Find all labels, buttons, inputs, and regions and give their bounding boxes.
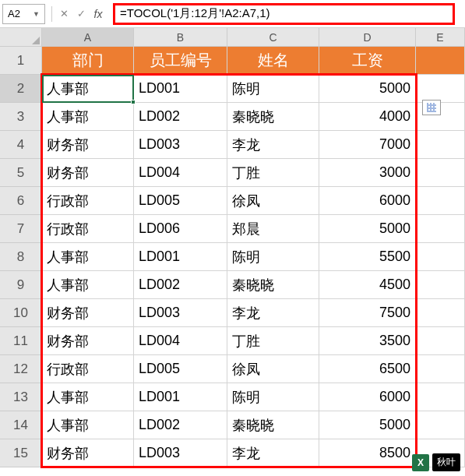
cell-empid[interactable]: LD001	[134, 75, 227, 103]
cell-salary[interactable]: 7500	[319, 299, 416, 327]
cell-name[interactable]: 李龙	[227, 439, 319, 467]
cell-salary[interactable]: 5000	[319, 411, 416, 439]
header-empid[interactable]: 员工编号	[134, 47, 227, 75]
formula-input[interactable]: =TOCOL('1月:12月'!A2:A7,1)	[113, 3, 455, 25]
cell-dept[interactable]: 人事部	[42, 411, 134, 439]
cell-dept[interactable]: 人事部	[42, 243, 134, 271]
row-header[interactable]: 14	[0, 411, 42, 439]
row-header-1[interactable]: 1	[0, 47, 42, 75]
autofill-options-icon[interactable]	[422, 100, 441, 115]
row-header[interactable]: 10	[0, 299, 42, 327]
col-header-c[interactable]: C	[227, 28, 319, 47]
cell-dept[interactable]: 行政部	[42, 215, 134, 243]
row-header[interactable]: 15	[0, 439, 42, 467]
col-header-a[interactable]: A	[42, 28, 134, 47]
cell-empid[interactable]: LD002	[134, 271, 227, 299]
cell-name[interactable]: 丁胜	[227, 327, 319, 355]
cell-empid[interactable]: LD003	[134, 131, 227, 159]
row-header[interactable]: 7	[0, 215, 42, 243]
fill-handle[interactable]	[131, 100, 136, 104]
cell-salary[interactable]: 3500	[319, 327, 416, 355]
cell-empty[interactable]	[416, 159, 465, 187]
header-name[interactable]: 姓名	[227, 47, 319, 75]
header-salary[interactable]: 工资	[319, 47, 416, 75]
row-header[interactable]: 11	[0, 327, 42, 355]
cell-name[interactable]: 郑晨	[227, 215, 319, 243]
row-header[interactable]: 6	[0, 187, 42, 215]
cell-salary[interactable]: 8500	[319, 439, 416, 467]
cell-empid[interactable]: LD003	[134, 299, 227, 327]
cell-empty[interactable]	[416, 411, 465, 439]
cell-empid[interactable]: LD001	[134, 383, 227, 411]
name-box[interactable]: A2 ▼	[2, 4, 45, 24]
cell-salary[interactable]: 4000	[319, 103, 416, 131]
header-dept[interactable]: 部门	[42, 47, 134, 75]
cell-empty[interactable]	[416, 215, 465, 243]
cell-empid[interactable]: LD005	[134, 355, 227, 383]
cell-empty[interactable]	[416, 243, 465, 271]
cell-dept[interactable]: 财务部	[42, 327, 134, 355]
cell-empty[interactable]	[416, 327, 465, 355]
cell-name[interactable]: 陈明	[227, 243, 319, 271]
cell-name[interactable]: 秦晓晓	[227, 271, 319, 299]
cell-dept[interactable]: 人事部	[42, 271, 134, 299]
cancel-icon[interactable]: ✕	[55, 5, 72, 23]
cell-salary[interactable]: 6000	[319, 187, 416, 215]
cell-dept[interactable]: 人事部	[42, 75, 134, 103]
cell-dept[interactable]: 人事部	[42, 383, 134, 411]
cell-empid[interactable]: LD006	[134, 215, 227, 243]
cell-name[interactable]: 李龙	[227, 131, 319, 159]
cell-salary[interactable]: 7000	[319, 131, 416, 159]
cell-empty[interactable]	[416, 383, 465, 411]
cell-dept[interactable]: 行政部	[42, 187, 134, 215]
check-icon[interactable]: ✓	[72, 5, 90, 23]
select-all-corner[interactable]	[0, 28, 42, 47]
cell-empid[interactable]: LD003	[134, 439, 227, 467]
cell-salary[interactable]: 5500	[319, 243, 416, 271]
cell-empid[interactable]: LD001	[134, 243, 227, 271]
cell-name[interactable]: 秦晓晓	[227, 411, 319, 439]
cell-dept[interactable]: 财务部	[42, 131, 134, 159]
cell-salary[interactable]: 6500	[319, 355, 416, 383]
cell-empty[interactable]	[416, 131, 465, 159]
cell-salary[interactable]: 4500	[319, 271, 416, 299]
dropdown-icon[interactable]: ▼	[33, 10, 40, 18]
fx-icon[interactable]: fx	[90, 5, 107, 23]
row-header[interactable]: 2	[0, 75, 42, 103]
row-header[interactable]: 13	[0, 383, 42, 411]
row-header[interactable]: 9	[0, 271, 42, 299]
col-header-d[interactable]: D	[319, 28, 416, 47]
cell-name[interactable]: 李龙	[227, 299, 319, 327]
cell-empid[interactable]: LD005	[134, 187, 227, 215]
cell-empty[interactable]	[416, 271, 465, 299]
col-header-e[interactable]: E	[416, 28, 465, 47]
row-header[interactable]: 4	[0, 131, 42, 159]
cell-name[interactable]: 徐凤	[227, 187, 319, 215]
row-header[interactable]: 12	[0, 355, 42, 383]
cell-empid[interactable]: LD004	[134, 327, 227, 355]
cell-dept[interactable]: 财务部	[42, 299, 134, 327]
col-header-b[interactable]: B	[134, 28, 227, 47]
cell-empty[interactable]	[416, 355, 465, 383]
row-header[interactable]: 8	[0, 243, 42, 271]
cell-empid[interactable]: LD004	[134, 159, 227, 187]
cell-dept[interactable]: 人事部	[42, 103, 134, 131]
cell-dept[interactable]: 财务部	[42, 159, 134, 187]
cell-dept[interactable]: 行政部	[42, 355, 134, 383]
row-header[interactable]: 5	[0, 159, 42, 187]
cell-salary[interactable]: 5000	[319, 215, 416, 243]
cell-empty[interactable]	[416, 187, 465, 215]
cell-name[interactable]: 丁胜	[227, 159, 319, 187]
cell-empid[interactable]: LD002	[134, 103, 227, 131]
cell-salary[interactable]: 5000	[319, 75, 416, 103]
cell-e1[interactable]	[416, 47, 465, 75]
cell-empty[interactable]	[416, 75, 465, 103]
cell-name[interactable]: 陈明	[227, 75, 319, 103]
cell-salary[interactable]: 6000	[319, 383, 416, 411]
row-header[interactable]: 3	[0, 103, 42, 131]
cell-empid[interactable]: LD002	[134, 411, 227, 439]
cell-empty[interactable]	[416, 299, 465, 327]
cell-name[interactable]: 陈明	[227, 383, 319, 411]
cell-dept[interactable]: 财务部	[42, 439, 134, 467]
cell-salary[interactable]: 3000	[319, 159, 416, 187]
